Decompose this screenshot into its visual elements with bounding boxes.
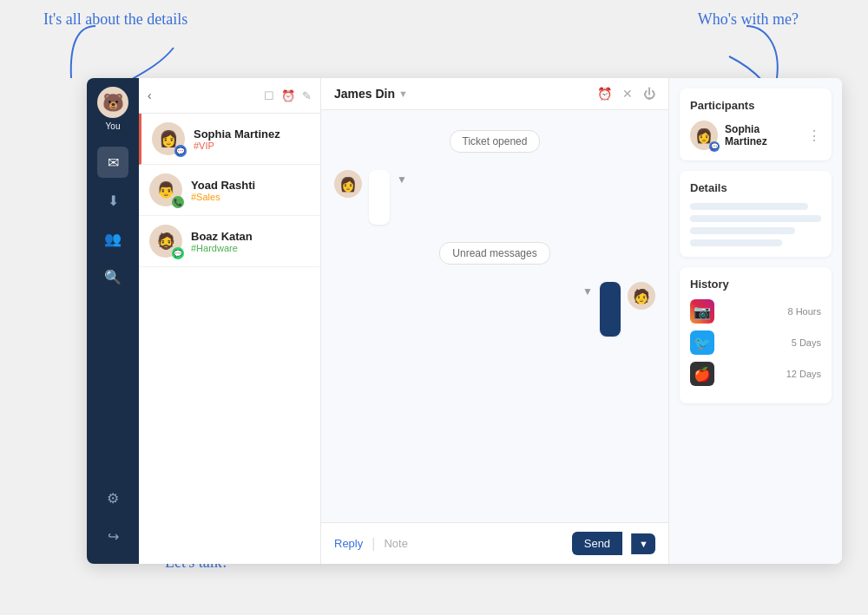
annotation-top-right: Who's with me? xyxy=(698,10,799,29)
conv-item-sophia[interactable]: 👩 💬 Sophia Martinez #VIP xyxy=(139,114,320,165)
chat-header: James Din ▼ ⏰ ✕ ⏻ xyxy=(321,78,668,110)
right-panel: Participants 👩 💬 Sophia Martinez ⋮ Detai… xyxy=(668,78,842,564)
conv-checkbox-icon[interactable]: ☐ xyxy=(264,89,274,102)
detail-line-1 xyxy=(690,203,808,210)
participant-name: Sophia Martinez xyxy=(725,123,800,147)
participant-avatar: 👩 💬 xyxy=(690,121,718,150)
boaz-badge: 💬 xyxy=(172,247,184,259)
sidebar: 🐻 You ✉ ⬇ 👥 🔍 ⚙ ↪ xyxy=(87,78,139,564)
ticket-opened-badge: Ticket opened xyxy=(450,130,541,153)
participant-row: 👩 💬 Sophia Martinez ⋮ xyxy=(690,121,821,150)
sophia-avatar: 👩 💬 xyxy=(152,122,185,155)
instagram-icon: 📷 xyxy=(690,299,714,324)
msg-chevron[interactable]: ▼ xyxy=(397,173,407,186)
conv-alarm-icon[interactable]: ⏰ xyxy=(281,89,295,102)
incoming-avatar: 👩 xyxy=(334,170,362,198)
chat-messages: Ticket opened 👩 ▼ Unread messages 🧑 xyxy=(321,110,668,522)
history-item-apple: 🍎 12 Days xyxy=(690,362,821,386)
conv-panel-header: ‹ ☐ ⏰ ✎ xyxy=(139,78,320,114)
user-label: You xyxy=(106,121,121,131)
history-item-twitter: 🐦 5 Days xyxy=(690,330,821,355)
participants-section: Participants 👩 💬 Sophia Martinez ⋮ xyxy=(680,88,832,160)
yoad-avatar: 👨 📞 xyxy=(149,173,182,206)
yoad-tag: #Sales xyxy=(191,192,310,202)
conversation-list: 👩 💬 Sophia Martinez #VIP 👨 📞 Yoad Rashti… xyxy=(139,114,320,564)
footer-divider: | xyxy=(372,536,375,552)
note-tab[interactable]: Note xyxy=(384,537,407,550)
participant-badge: 💬 xyxy=(709,141,720,152)
chat-close-icon[interactable]: ✕ xyxy=(622,87,633,101)
conv-edit-icon[interactable]: ✎ xyxy=(302,89,312,102)
detail-line-4 xyxy=(690,239,782,246)
yoad-avatar-icon: 👨 xyxy=(156,180,175,200)
detail-line-2 xyxy=(690,215,821,222)
yoad-info: Yoad Rashti #Sales xyxy=(191,179,310,202)
chat-name-chevron: ▼ xyxy=(398,88,408,99)
details-section: Details xyxy=(680,171,832,257)
details-title: Details xyxy=(690,181,821,194)
twitter-icon: 🐦 xyxy=(690,330,714,355)
collapse-icon[interactable]: ‹ xyxy=(148,88,152,102)
history-time-apple: 12 Days xyxy=(786,369,821,379)
apple-icon: 🍎 xyxy=(690,362,714,386)
user-avatar[interactable]: 🐻 xyxy=(97,87,128,118)
boaz-avatar-icon: 🧔 xyxy=(156,232,175,251)
participants-title: Participants xyxy=(690,99,821,112)
detail-line-3 xyxy=(690,227,795,234)
participant-avatar-icon: 👩 xyxy=(695,128,713,144)
history-item-instagram: 📷 8 Hours xyxy=(690,299,821,324)
chat-footer: Reply | Note Send ▼ xyxy=(321,522,668,564)
boaz-avatar: 🧔 💬 xyxy=(149,225,182,258)
sidebar-item-mail[interactable]: ✉ xyxy=(97,147,128,178)
chat-alarm-icon[interactable]: ⏰ xyxy=(597,87,612,101)
sophia-avatar-icon: 👩 xyxy=(159,129,178,148)
history-time-twitter: 5 Days xyxy=(792,337,821,348)
conversation-panel: ‹ ☐ ⏰ ✎ 👩 💬 Sophia Martinez #VIP xyxy=(139,78,321,564)
conv-item-boaz[interactable]: 🧔 💬 Boaz Katan #Hardware xyxy=(139,216,320,267)
msg-bubble-outgoing xyxy=(600,282,621,337)
details-lines xyxy=(690,203,821,246)
chat-area: James Din ▼ ⏰ ✕ ⏻ Ticket opened 👩 xyxy=(321,78,668,564)
history-title: History xyxy=(690,278,821,291)
participant-more-icon[interactable]: ⋮ xyxy=(807,128,821,144)
yoad-name: Yoad Rashti xyxy=(191,179,310,192)
sidebar-item-download[interactable]: ⬇ xyxy=(97,185,128,216)
boaz-name: Boaz Katan xyxy=(191,230,310,243)
message-outgoing-1: 🧑 ▼ xyxy=(334,282,655,337)
chat-contact-name: James Din ▼ xyxy=(334,87,408,101)
sophia-name: Sophia Martinez xyxy=(194,128,310,141)
boaz-tag: #Hardware xyxy=(191,243,310,253)
chat-header-actions: ⏰ ✕ ⏻ xyxy=(597,87,655,101)
annotation-top-left: It's all about the details xyxy=(43,10,187,29)
send-dropdown-button[interactable]: ▼ xyxy=(631,533,655,554)
sophia-badge: 💬 xyxy=(174,145,187,157)
sidebar-item-team[interactable]: 👥 xyxy=(97,223,128,254)
message-incoming-1: 👩 ▼ xyxy=(334,170,655,225)
msg-chevron-out[interactable]: ▼ xyxy=(582,285,593,298)
yoad-badge: 📞 xyxy=(172,196,184,208)
msg-bubble-incoming xyxy=(369,170,390,225)
history-time-instagram: 8 Hours xyxy=(787,306,821,317)
sidebar-item-search[interactable]: 🔍 xyxy=(97,261,128,292)
sophia-tag: #VIP xyxy=(194,141,310,151)
chat-power-icon[interactable]: ⏻ xyxy=(643,87,655,101)
conv-header-icons: ☐ ⏰ ✎ xyxy=(264,89,312,102)
reply-tab[interactable]: Reply xyxy=(334,537,363,550)
sophia-info: Sophia Martinez #VIP xyxy=(194,128,310,151)
sidebar-item-settings[interactable]: ⚙ xyxy=(97,482,128,514)
avatar-icon: 🐻 xyxy=(102,92,124,113)
sidebar-item-logout[interactable]: ↪ xyxy=(97,520,128,552)
outgoing-avatar: 🧑 xyxy=(628,282,655,310)
conv-item-yoad[interactable]: 👨 📞 Yoad Rashti #Sales xyxy=(139,165,320,216)
unread-messages-badge: Unread messages xyxy=(439,242,549,265)
history-section: History 📷 8 Hours 🐦 5 Days 🍎 12 Days xyxy=(680,267,832,403)
boaz-info: Boaz Katan #Hardware xyxy=(191,230,310,253)
send-button[interactable]: Send xyxy=(572,532,622,555)
app-container: 🐻 You ✉ ⬇ 👥 🔍 ⚙ ↪ ‹ ☐ ⏰ ✎ 👩 💬 xyxy=(87,78,842,564)
